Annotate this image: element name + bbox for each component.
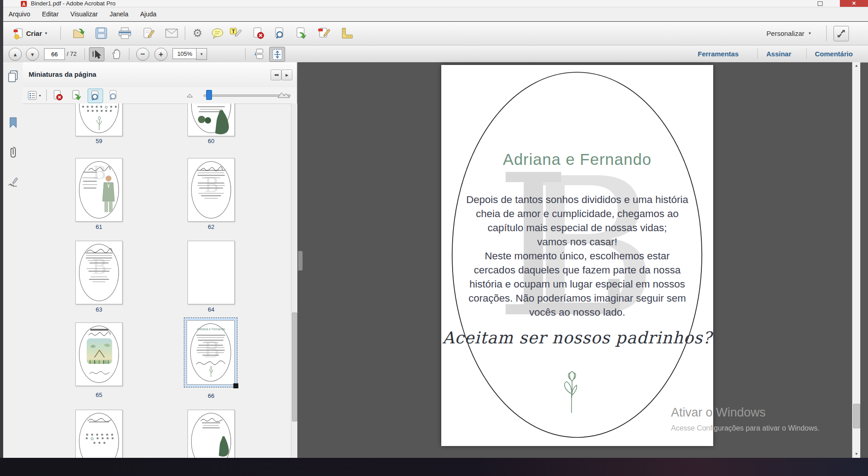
signature-pen-icon bbox=[8, 176, 19, 187]
page-number-input[interactable] bbox=[44, 48, 65, 60]
export-page-button[interactable] bbox=[294, 26, 309, 40]
invite-script-question: Aceitam ser nossos padrinhos? bbox=[441, 328, 713, 347]
mini-monogram: B bbox=[197, 177, 226, 192]
hand-tool-button[interactable] bbox=[109, 47, 123, 60]
zoom-in-button[interactable]: + bbox=[154, 48, 168, 61]
mini-watercolor-landscape bbox=[87, 338, 112, 367]
attachments-tab[interactable] bbox=[7, 145, 20, 159]
panel-next-button[interactable]: ▶ bbox=[281, 69, 292, 80]
page-label-60: 60 bbox=[187, 138, 235, 144]
body-line: cheia de amor e cumplicidade, chegamos a… bbox=[441, 207, 713, 221]
select-tool-button[interactable] bbox=[89, 47, 104, 61]
fit-page-button[interactable] bbox=[269, 47, 285, 62]
find-page-button[interactable] bbox=[272, 26, 287, 40]
scroll-up-arrow[interactable]: ▲ bbox=[853, 62, 860, 69]
mini-tulip bbox=[95, 116, 104, 131]
email-button[interactable] bbox=[164, 27, 179, 39]
thumbnail-page-66-selected[interactable]: B Adriana e Fernando bbox=[184, 317, 237, 387]
tab-ferramentas[interactable]: Ferramentas bbox=[698, 50, 739, 58]
tab-assinar[interactable]: Assinar bbox=[766, 50, 791, 58]
page-thumbnails-tab[interactable] bbox=[6, 69, 20, 84]
panel-collapse-button[interactable]: ◀◀ bbox=[271, 69, 281, 80]
window-title: Binder1.pdf - Adobe Acrobat Pro bbox=[31, 0, 115, 7]
bookmarks-tab[interactable] bbox=[7, 116, 20, 129]
open-folder-icon bbox=[73, 27, 85, 39]
maximize-button[interactable] bbox=[814, 0, 826, 6]
close-button[interactable]: ✕ bbox=[840, 0, 868, 7]
mini-script-subtitle bbox=[88, 332, 111, 337]
panel-splitter-grip[interactable] bbox=[298, 251, 303, 271]
panel-zoom-out-page-button[interactable] bbox=[107, 89, 120, 102]
page-label-65: 65 bbox=[75, 392, 123, 398]
criar-button[interactable]: Criar ▼ bbox=[5, 26, 55, 41]
menu-arquivo[interactable]: Arquivo bbox=[4, 9, 35, 20]
page-label-66: 66 bbox=[187, 392, 235, 399]
panel-zoom-in-page-button[interactable] bbox=[88, 89, 103, 103]
create-pdf-icon bbox=[13, 28, 24, 40]
thumbnail-page-63[interactable]: B bbox=[75, 241, 123, 304]
comment-button[interactable] bbox=[210, 27, 225, 40]
menu-editar[interactable]: Editar bbox=[37, 9, 64, 20]
panel-toolbar: ▼ bbox=[23, 87, 297, 104]
scroll-down-arrow[interactable]: ▼ bbox=[853, 451, 860, 458]
scrolling-mode-button[interactable] bbox=[252, 47, 267, 60]
zoom-dropdown-button[interactable]: ▼ bbox=[196, 48, 207, 60]
edit-flag-button[interactable] bbox=[317, 26, 331, 40]
menu-janela[interactable]: Janela bbox=[104, 9, 133, 20]
document-scrollbar[interactable]: ▲ ▼ bbox=[852, 62, 860, 458]
paperclip-icon bbox=[9, 146, 17, 159]
panel-title: Miniaturas da página bbox=[29, 70, 96, 78]
body-line: corações. Não poderíamos imaginar seguir… bbox=[441, 291, 713, 305]
previous-page-button[interactable]: ▲ bbox=[9, 48, 22, 61]
panel-options-button[interactable]: ▼ bbox=[26, 89, 43, 101]
delete-pages-button[interactable] bbox=[251, 26, 266, 40]
print-button[interactable] bbox=[117, 26, 133, 40]
thumbnail-page-62[interactable]: B bbox=[187, 158, 235, 222]
thumbnail-page-68-partial[interactable] bbox=[187, 410, 235, 458]
panel-delete-page-button[interactable] bbox=[51, 89, 64, 102]
body-line: capítulo mais especial de nossas vidas; bbox=[441, 221, 713, 235]
highlight-text-button[interactable]: T bbox=[228, 26, 243, 40]
zoom-out-button[interactable]: − bbox=[136, 48, 149, 61]
acrobat-app-icon: A bbox=[21, 1, 27, 7]
page-pencil-icon bbox=[143, 27, 155, 39]
menu-visualizar[interactable]: Visualizar bbox=[65, 9, 103, 20]
personalizar-button[interactable]: Personalizar ▼ bbox=[762, 27, 816, 40]
thumbnail-page-64-blank[interactable] bbox=[187, 241, 235, 304]
thumbnail-page-67-partial[interactable] bbox=[75, 410, 123, 458]
down-arrow-icon: ▼ bbox=[30, 52, 35, 57]
thumbnail-page-59[interactable] bbox=[75, 104, 123, 136]
next-page-button[interactable]: ▼ bbox=[26, 48, 39, 61]
open-button[interactable] bbox=[72, 26, 86, 40]
close-icon: ✕ bbox=[852, 0, 856, 6]
mini-tulip bbox=[208, 366, 214, 378]
body-line: Neste momento único, escolhemos estar bbox=[441, 249, 713, 263]
measure-button[interactable] bbox=[340, 26, 354, 40]
menu-ajuda[interactable]: Ajuda bbox=[135, 9, 162, 20]
navigation-rail bbox=[3, 62, 23, 458]
thumbnails-scrollbar-thumb[interactable] bbox=[292, 312, 297, 421]
thumbnail-page-61[interactable]: B bbox=[75, 158, 123, 222]
selection-resize-handle[interactable] bbox=[233, 383, 238, 388]
thumbnails-scrollbar[interactable] bbox=[291, 104, 297, 458]
save-button[interactable] bbox=[94, 26, 108, 40]
page-magnifier-icon bbox=[273, 27, 286, 39]
body-line: vocês ao nosso lado. bbox=[441, 305, 713, 319]
sign-document-button[interactable] bbox=[142, 26, 156, 40]
document-page[interactable]: L B Adriana e Fernando Depois de tantos … bbox=[441, 65, 713, 446]
zoom-level-value[interactable]: 105% bbox=[173, 48, 197, 59]
thumbnail-page-65[interactable] bbox=[75, 322, 123, 386]
mini-script-title bbox=[86, 248, 113, 254]
fullscreen-button[interactable] bbox=[833, 26, 849, 41]
expand-arrows-icon bbox=[837, 29, 846, 38]
thumbnail-page-60[interactable] bbox=[187, 104, 235, 136]
bookmark-icon bbox=[9, 117, 18, 129]
signatures-tab[interactable] bbox=[7, 175, 20, 188]
thumbnail-size-slider-thumb[interactable] bbox=[206, 90, 212, 100]
panel-export-page-button[interactable] bbox=[70, 89, 84, 102]
tab-comentario[interactable]: Comentário bbox=[815, 50, 853, 58]
document-scrollbar-thumb[interactable] bbox=[853, 404, 860, 428]
svg-text:T: T bbox=[232, 29, 235, 34]
panel-header: Miniaturas da página ◀◀ ▶ bbox=[23, 62, 297, 88]
settings-button[interactable]: ⚙ bbox=[191, 26, 204, 40]
